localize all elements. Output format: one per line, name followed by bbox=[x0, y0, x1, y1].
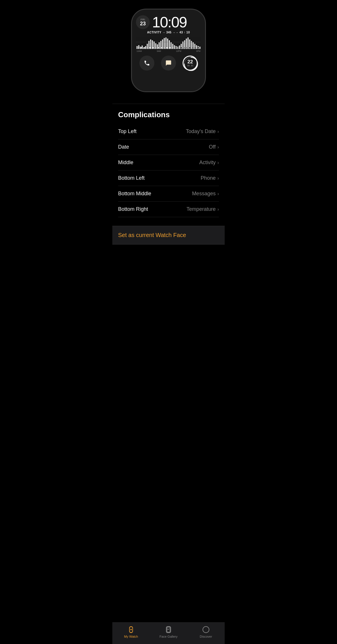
chevron-right-icon-2: › bbox=[217, 145, 219, 150]
complication-middle-value: Activity bbox=[199, 160, 216, 166]
watch-day-number: 23 bbox=[140, 21, 146, 26]
svg-point-58 bbox=[192, 47, 193, 48]
svg-rect-10 bbox=[154, 41, 155, 49]
complication-bottom-right-value-row: Temperature › bbox=[187, 206, 219, 212]
svg-rect-64 bbox=[130, 632, 132, 633]
discover-icon bbox=[202, 626, 210, 634]
watch-activity: ACTIVITY → 345 →→ 43 ↑ 10 bbox=[136, 31, 201, 34]
chart-label-6pm: 6PM bbox=[196, 50, 200, 52]
page-content: FRI 23 10:09 ACTIVITY → 345 →→ 43 ↑ 10 bbox=[112, 0, 225, 268]
svg-point-42 bbox=[147, 47, 148, 48]
watch-top-row: FRI 23 10:09 bbox=[136, 15, 201, 30]
tab-face-gallery[interactable]: Face Gallery bbox=[150, 626, 187, 638]
complication-bottom-left[interactable]: Bottom Left Phone › bbox=[118, 171, 219, 186]
svg-rect-0 bbox=[137, 46, 138, 49]
svg-rect-15 bbox=[162, 39, 163, 49]
svg-point-44 bbox=[152, 47, 154, 48]
svg-marker-69 bbox=[205, 628, 207, 631]
tab-discover[interactable]: Discover bbox=[187, 626, 225, 638]
complication-bottom-left-label: Bottom Left bbox=[118, 175, 145, 181]
svg-point-41 bbox=[144, 47, 145, 48]
chevron-right-icon-3: › bbox=[217, 160, 219, 165]
svg-point-46 bbox=[158, 47, 159, 48]
complication-top-left-label: Top Left bbox=[118, 128, 137, 135]
chart-label-12am: 12AM bbox=[137, 50, 142, 52]
svg-point-68 bbox=[203, 626, 209, 633]
tab-bar: My Watch Face Gallery Discover bbox=[112, 622, 225, 644]
complication-bottom-middle-value-row: Messages › bbox=[192, 191, 219, 197]
watch-bottom-complications: 22 1831 bbox=[136, 56, 201, 71]
watch-time: 10:09 bbox=[152, 15, 187, 30]
complication-bottom-right[interactable]: Bottom Right Temperature › bbox=[118, 202, 219, 217]
svg-point-65 bbox=[130, 629, 132, 630]
complication-top-left-value: Today's Date bbox=[186, 128, 216, 135]
chevron-right-icon-6: › bbox=[217, 207, 219, 212]
svg-rect-20 bbox=[171, 42, 172, 49]
svg-rect-27 bbox=[182, 41, 183, 49]
complication-middle-value-row: Activity › bbox=[199, 160, 219, 166]
tab-my-watch[interactable]: My Watch bbox=[112, 626, 150, 638]
svg-rect-35 bbox=[196, 45, 197, 49]
svg-point-57 bbox=[189, 47, 190, 48]
complication-date-value-row: Off › bbox=[209, 144, 219, 150]
svg-rect-1 bbox=[138, 45, 139, 49]
complication-middle-label: Middle bbox=[118, 160, 133, 166]
svg-point-56 bbox=[186, 47, 188, 48]
watch-chart-labels: 12AM 6AM 12PM 6PM bbox=[136, 50, 201, 52]
set-watch-face-button[interactable]: Set as current Watch Face bbox=[118, 232, 219, 238]
chevron-right-icon-5: › bbox=[217, 191, 219, 196]
svg-rect-63 bbox=[130, 626, 132, 627]
complication-top-left[interactable]: Top Left Today's Date › bbox=[118, 124, 219, 139]
complication-date-value: Off bbox=[209, 144, 216, 150]
complications-title: Complications bbox=[118, 104, 219, 124]
svg-rect-22 bbox=[174, 45, 175, 49]
svg-point-48 bbox=[164, 47, 165, 48]
svg-rect-37 bbox=[199, 47, 200, 49]
complication-date[interactable]: Date Off › bbox=[118, 139, 219, 155]
svg-point-52 bbox=[175, 47, 176, 48]
watch-complication-phone bbox=[139, 56, 154, 71]
complication-top-left-value-row: Today's Date › bbox=[186, 128, 219, 135]
watch-date-badge: FRI 23 bbox=[136, 15, 150, 29]
complication-bottom-right-value: Temperature bbox=[187, 206, 216, 212]
svg-point-54 bbox=[181, 47, 182, 48]
my-watch-icon bbox=[127, 626, 135, 634]
watch-preview-section: FRI 23 10:09 ACTIVITY → 345 →→ 43 ↑ 10 bbox=[112, 0, 225, 104]
svg-rect-2 bbox=[140, 47, 141, 49]
my-watch-label: My Watch bbox=[124, 635, 138, 638]
complications-section: Complications Top Left Today's Date › Da… bbox=[112, 104, 225, 217]
svg-point-55 bbox=[183, 47, 185, 48]
svg-rect-17 bbox=[165, 37, 166, 49]
face-gallery-icon bbox=[164, 626, 173, 634]
complication-bottom-right-label: Bottom Right bbox=[118, 206, 148, 212]
svg-rect-3 bbox=[142, 46, 143, 49]
set-watch-face-section: Set as current Watch Face bbox=[112, 226, 225, 245]
svg-point-51 bbox=[172, 47, 173, 48]
complication-bottom-left-value-row: Phone › bbox=[201, 175, 219, 181]
chart-label-6am: 6AM bbox=[157, 50, 161, 52]
watch-complication-temperature: 22 1831 bbox=[183, 56, 198, 71]
chart-label-12pm: 12PM bbox=[176, 50, 181, 52]
svg-point-47 bbox=[161, 47, 162, 48]
svg-point-39 bbox=[138, 47, 139, 48]
svg-point-50 bbox=[169, 47, 171, 48]
svg-point-45 bbox=[155, 47, 156, 48]
complication-date-label: Date bbox=[118, 144, 129, 150]
svg-point-49 bbox=[166, 47, 168, 48]
discover-label: Discover bbox=[200, 635, 212, 638]
complication-bottom-middle-value: Messages bbox=[192, 191, 216, 197]
face-gallery-label: Face Gallery bbox=[160, 635, 177, 638]
svg-rect-30 bbox=[188, 37, 189, 49]
complication-bottom-middle-label: Bottom Middle bbox=[118, 191, 151, 197]
watch-face[interactable]: FRI 23 10:09 ACTIVITY → 345 →→ 43 ↑ 10 bbox=[131, 9, 206, 92]
svg-point-59 bbox=[195, 47, 196, 48]
svg-rect-25 bbox=[179, 46, 180, 49]
complication-middle[interactable]: Middle Activity › bbox=[118, 155, 219, 171]
chevron-right-icon: › bbox=[217, 129, 219, 134]
svg-point-53 bbox=[178, 47, 179, 48]
svg-rect-12 bbox=[157, 44, 158, 49]
watch-complication-messages bbox=[161, 56, 176, 71]
complication-bottom-middle[interactable]: Bottom Middle Messages › bbox=[118, 186, 219, 202]
complication-bottom-left-value: Phone bbox=[201, 175, 216, 181]
chevron-right-icon-4: › bbox=[217, 176, 219, 181]
